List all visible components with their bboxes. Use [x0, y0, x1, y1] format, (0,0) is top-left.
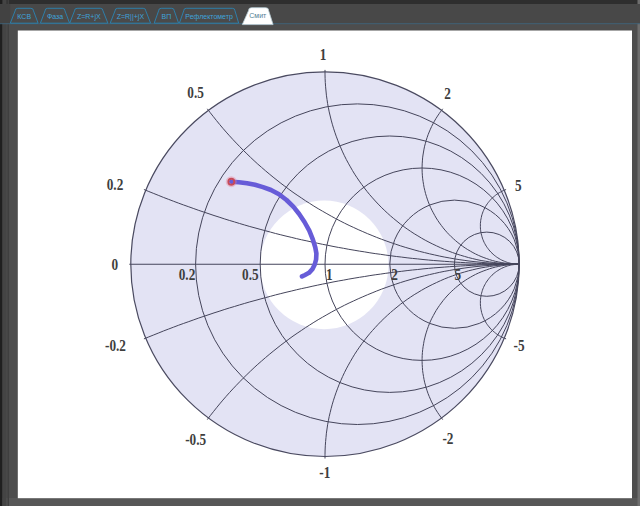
svg-text:5: 5: [515, 175, 522, 194]
svg-text:5: 5: [454, 265, 461, 284]
svg-text:0.5: 0.5: [187, 82, 204, 101]
svg-text:Смит: Смит: [249, 12, 267, 19]
svg-text:0.2: 0.2: [179, 264, 196, 283]
svg-text:КСВ: КСВ: [17, 13, 31, 20]
svg-text:-0.2: -0.2: [105, 335, 126, 354]
svg-text:Z=R||+jX: Z=R||+jX: [117, 13, 145, 21]
svg-text:-5: -5: [513, 335, 524, 354]
svg-text:-1: -1: [319, 462, 330, 481]
svg-text:2: 2: [391, 265, 398, 284]
svg-text:-0.5: -0.5: [185, 429, 206, 448]
svg-text:Z=R+jX: Z=R+jX: [77, 13, 101, 21]
svg-text:0: 0: [112, 254, 119, 273]
svg-text:Фаза: Фаза: [47, 13, 63, 20]
svg-text:0.2: 0.2: [107, 174, 124, 193]
svg-text:-2: -2: [442, 428, 453, 447]
svg-text:1: 1: [320, 44, 327, 63]
svg-text:ВП: ВП: [162, 13, 172, 20]
svg-text:2: 2: [444, 83, 451, 102]
svg-text:1: 1: [326, 265, 333, 284]
svg-text:Рефлектометр: Рефлектометр: [185, 13, 233, 21]
svg-text:0.5: 0.5: [242, 265, 259, 284]
